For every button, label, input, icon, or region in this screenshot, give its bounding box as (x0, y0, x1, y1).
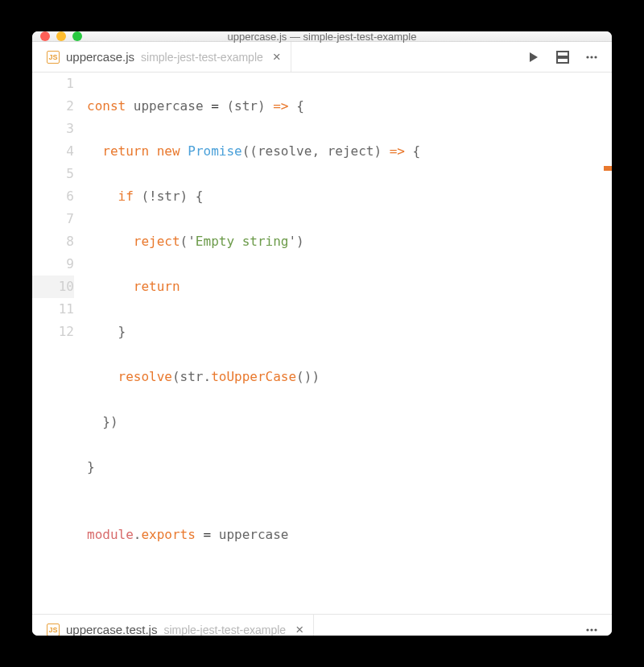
close-tab-icon[interactable]: × (295, 622, 303, 636)
svg-point-3 (590, 56, 592, 58)
tab-project: simple-jest-test-example (141, 51, 263, 64)
svg-point-7 (594, 628, 597, 631)
more-icon[interactable] (584, 50, 599, 64)
code-editor-top[interactable]: 1234 5678 9101112 const uppercase = (str… (32, 72, 612, 614)
js-file-icon: JS (47, 624, 60, 636)
gutter: 1234 5678 9101112 (32, 72, 87, 614)
more-icon[interactable] (584, 623, 599, 636)
svg-rect-0 (557, 52, 568, 56)
tab-uppercase-test-js[interactable]: JS uppercase.test.js simple-jest-test-ex… (37, 615, 314, 636)
pane-actions (584, 623, 612, 636)
tab-uppercase-js[interactable]: JS uppercase.js simple-jest-test-example… (37, 42, 291, 72)
code-content[interactable]: const uppercase = (str) => { return new … (87, 72, 612, 614)
tab-bar-bottom: JS uppercase.test.js simple-jest-test-ex… (32, 615, 612, 636)
editor-pane-bottom: JS uppercase.test.js simple-jest-test-ex… (32, 615, 612, 636)
minimize-window-button[interactable] (56, 31, 66, 41)
tab-filename: uppercase.js (66, 50, 134, 64)
window-title: uppercase.js — simple-jest-test-example (32, 31, 612, 43)
editor-window: uppercase.js — simple-jest-test-example … (32, 31, 612, 636)
tab-bar-top: JS uppercase.js simple-jest-test-example… (32, 42, 612, 72)
split-pane-icon[interactable] (555, 50, 570, 64)
error-marker[interactable] (604, 166, 612, 171)
editor-pane-top: JS uppercase.js simple-jest-test-example… (32, 42, 612, 615)
svg-point-2 (586, 56, 588, 58)
close-window-button[interactable] (40, 31, 50, 41)
close-tab-icon[interactable]: × (273, 49, 281, 65)
svg-rect-1 (557, 58, 568, 63)
svg-point-5 (586, 628, 588, 631)
svg-point-4 (594, 56, 597, 58)
run-icon[interactable] (526, 50, 541, 64)
pane-actions (526, 50, 612, 64)
traffic-lights (40, 31, 82, 41)
maximize-window-button[interactable] (72, 31, 82, 41)
svg-point-6 (590, 628, 592, 631)
js-file-icon: JS (47, 51, 60, 64)
tab-filename: uppercase.test.js (66, 623, 157, 636)
titlebar[interactable]: uppercase.js — simple-jest-test-example (32, 31, 612, 42)
tab-project: simple-jest-test-example (163, 624, 286, 636)
